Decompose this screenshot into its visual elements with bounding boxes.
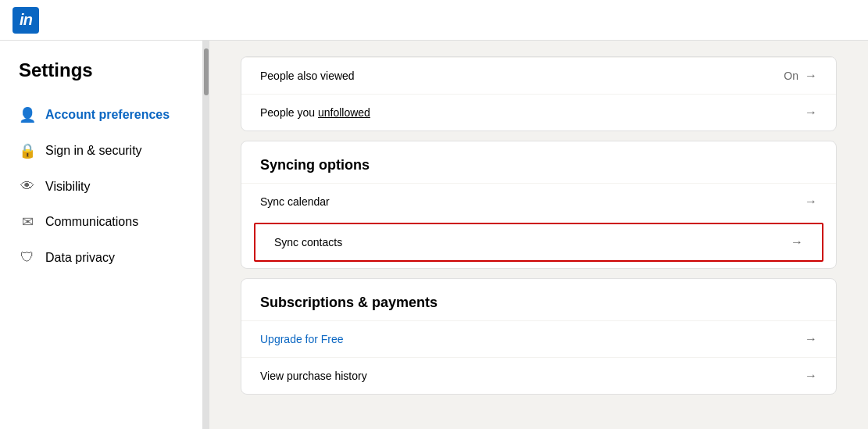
visibility-icon: 👁 (19, 178, 36, 195)
view-purchase-history-right: → (805, 369, 817, 383)
subscriptions-payments-card: Subscriptions & payments Upgrade for Fre… (241, 278, 837, 395)
scrollbar[interactable] (203, 41, 209, 429)
sync-calendar-right: → (805, 195, 817, 209)
syncing-options-header: Syncing options (241, 141, 836, 183)
sidebar-item-label: Data privacy (45, 251, 115, 265)
communications-icon: ✉ (19, 213, 36, 231)
arrow-icon: → (805, 69, 817, 83)
main-layout: Settings 👤 Account preferences 🔒 Sign in… (0, 41, 868, 429)
topbar: in (0, 0, 868, 41)
upgrade-for-free-right: → (805, 332, 817, 346)
sync-contacts-highlight: Sync contacts → (254, 223, 823, 262)
sidebar-title: Settings (19, 59, 202, 81)
people-you-unfollowed-label: People you unfollowed (260, 106, 370, 119)
people-also-viewed-status: On (784, 70, 798, 82)
people-also-viewed-right: On → (784, 69, 817, 83)
people-also-viewed-item[interactable]: People also viewed On → (241, 57, 836, 94)
sidebar-item-account-preferences[interactable]: 👤 Account preferences (19, 97, 202, 133)
sync-contacts-label: Sync contacts (274, 236, 342, 248)
sidebar-item-data-privacy[interactable]: 🛡 Data privacy (19, 240, 202, 275)
arrow-icon: → (805, 195, 817, 209)
upgrade-for-free-item[interactable]: Upgrade for Free → (241, 320, 836, 357)
sidebar-item-label: Account preferences (45, 108, 170, 122)
sync-contacts-right: → (791, 235, 803, 249)
sidebar-item-visibility[interactable]: 👁 Visibility (19, 169, 202, 204)
view-purchase-history-label: View purchase history (260, 370, 367, 382)
viewing-options-card: People also viewed On → People you unfol… (241, 56, 837, 131)
upgrade-for-free-label: Upgrade for Free (260, 333, 344, 345)
sidebar-item-sign-in-security[interactable]: 🔒 Sign in & security (19, 133, 202, 169)
people-also-viewed-label: People also viewed (260, 70, 355, 82)
scroll-thumb[interactable] (204, 48, 209, 95)
view-purchase-history-item[interactable]: View purchase history → (241, 357, 836, 394)
syncing-options-card: Syncing options Sync calendar → Sync con… (241, 141, 837, 269)
account-preferences-icon: 👤 (19, 106, 36, 123)
sidebar-item-communications[interactable]: ✉ Communications (19, 204, 202, 240)
people-you-unfollowed-right: → (805, 105, 817, 120)
sidebar-item-label: Sign in & security (45, 144, 142, 158)
sync-contacts-item[interactable]: Sync contacts → (255, 224, 822, 260)
sync-calendar-item[interactable]: Sync calendar → (241, 183, 836, 220)
arrow-icon: → (805, 332, 817, 346)
sidebar-item-label: Visibility (45, 180, 91, 194)
subscriptions-payments-header: Subscriptions & payments (241, 279, 836, 320)
arrow-icon: → (791, 235, 803, 249)
content-area: People also viewed On → People you unfol… (209, 41, 868, 429)
sync-calendar-label: Sync calendar (260, 195, 330, 208)
sidebar: Settings 👤 Account preferences 🔒 Sign in… (0, 41, 203, 429)
arrow-icon: → (805, 105, 817, 120)
sidebar-item-label: Communications (45, 215, 138, 229)
arrow-icon: → (805, 369, 817, 383)
sign-in-security-icon: 🔒 (19, 142, 36, 159)
data-privacy-icon: 🛡 (19, 249, 36, 266)
logo-text: in (20, 11, 32, 29)
linkedin-logo[interactable]: in (13, 7, 39, 34)
people-you-unfollowed-item[interactable]: People you unfollowed → (241, 94, 836, 130)
